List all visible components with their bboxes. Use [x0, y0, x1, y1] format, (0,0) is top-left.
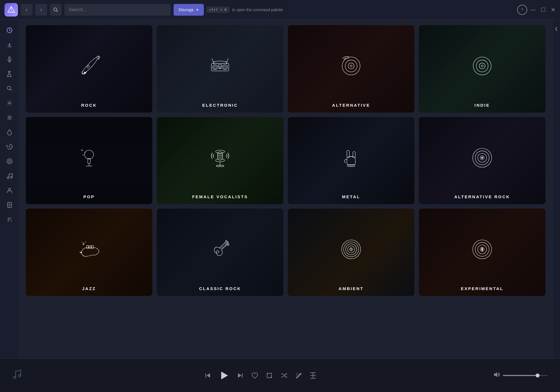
- source-selector[interactable]: Discogs ▼: [174, 4, 204, 16]
- svg-rect-77: [92, 246, 94, 249]
- sidebar-item-download[interactable]: [3, 39, 16, 51]
- app-logo: [4, 3, 18, 17]
- svg-rect-53: [88, 158, 90, 164]
- svg-text:+: +: [83, 241, 85, 245]
- volume-slider[interactable]: [503, 375, 548, 376]
- sidebar-item-playlist[interactable]: [3, 213, 16, 226]
- sidebar-item-file[interactable]: [3, 199, 16, 211]
- svg-point-48: [473, 57, 491, 75]
- genre-card-ambient[interactable]: AMBIENT: [288, 209, 414, 296]
- genre-label: CLASSIC ROCK: [157, 286, 283, 291]
- play-button[interactable]: [218, 370, 230, 381]
- svg-line-4: [57, 10, 58, 12]
- genre-card-metal[interactable]: METAL: [288, 117, 414, 204]
- svg-point-14: [9, 102, 10, 104]
- window-controls: — ☐ ✕: [530, 6, 556, 13]
- svg-rect-40: [219, 68, 220, 69]
- genre-grid: ROCK: [26, 25, 545, 302]
- volume-thumb: [536, 374, 540, 377]
- svg-text:+: +: [82, 153, 84, 157]
- genre-card-electronic[interactable]: ELECTRONIC: [157, 25, 283, 113]
- prev-button[interactable]: [204, 372, 212, 379]
- sidebar-item-clock[interactable]: [3, 24, 16, 36]
- dropdown-arrow-icon: ▼: [196, 8, 199, 11]
- sidebar-item-circle[interactable]: [3, 155, 16, 167]
- genre-card-jazz[interactable]: + + + JAZZ: [26, 209, 152, 296]
- svg-marker-103: [207, 373, 210, 378]
- microphone2-icon: [209, 146, 231, 170]
- wand-button[interactable]: [295, 372, 302, 379]
- next-button[interactable]: [236, 372, 244, 379]
- genre-card-alternative[interactable]: ALTERNATIVE: [288, 25, 414, 113]
- repeat-button[interactable]: [265, 372, 273, 379]
- right-panel-toggle[interactable]: ❮: [552, 20, 560, 358]
- sidebar: [0, 20, 19, 358]
- genre-card-pop[interactable]: + + + POP: [26, 117, 152, 204]
- maximize-button[interactable]: ☐: [541, 6, 546, 13]
- collapse-icon: ❮: [553, 25, 560, 32]
- volume-section: [493, 371, 549, 380]
- svg-point-49: [476, 60, 488, 72]
- genre-card-alternative-rock[interactable]: ALTERNATIVE ROCK: [419, 117, 545, 204]
- svg-marker-106: [238, 373, 241, 378]
- sidebar-item-microphone[interactable]: [3, 53, 16, 66]
- plus-button[interactable]: [309, 372, 317, 379]
- sidebar-item-settings[interactable]: [3, 97, 16, 109]
- genre-card-female-vocalists[interactable]: FEMALE VOCALISTS: [157, 117, 283, 204]
- sidebar-item-list[interactable]: [3, 111, 16, 124]
- svg-rect-41: [220, 68, 221, 69]
- sidebar-item-flask[interactable]: [3, 68, 16, 80]
- genre-card-rock[interactable]: ROCK: [26, 25, 152, 113]
- guitar-icon: [78, 55, 100, 78]
- svg-point-102: [18, 375, 21, 377]
- sidebar-item-drop[interactable]: [3, 126, 16, 138]
- close-button[interactable]: ✕: [551, 6, 556, 13]
- favorite-button[interactable]: [251, 372, 259, 379]
- genre-label: INDIE: [419, 103, 545, 108]
- volume-fill: [503, 375, 536, 376]
- svg-marker-105: [221, 372, 228, 379]
- vinyl4-icon: [340, 238, 362, 262]
- shuffle-button[interactable]: [280, 372, 288, 379]
- genre-label: EXPERIMENTAL: [419, 286, 545, 291]
- search-input[interactable]: [64, 4, 171, 16]
- minimize-button[interactable]: —: [530, 6, 536, 13]
- search-button[interactable]: [50, 4, 62, 16]
- genre-label: ALTERNATIVE ROCK: [419, 194, 545, 199]
- sidebar-item-music[interactable]: [3, 170, 16, 182]
- svg-point-12: [7, 86, 11, 90]
- svg-marker-117: [494, 372, 497, 377]
- trumpet-icon: + + +: [78, 238, 100, 262]
- genre-card-experimental[interactable]: EXPERIMENTAL: [419, 209, 545, 296]
- title-bar: ‹ › Discogs ▼ ctrl + K to open the comma…: [0, 0, 560, 20]
- back-button[interactable]: ‹: [21, 4, 32, 16]
- svg-line-13: [10, 89, 12, 91]
- svg-point-84: [216, 251, 219, 253]
- help-button[interactable]: ?: [517, 5, 527, 15]
- vinyl5-icon: [471, 238, 493, 262]
- svg-rect-8: [9, 57, 10, 60]
- svg-text:+: +: [85, 241, 86, 243]
- sidebar-item-history[interactable]: [3, 141, 16, 153]
- main-layout: ROCK: [0, 20, 560, 358]
- genre-label: ALTERNATIVE: [288, 103, 414, 108]
- microphone-icon: + + +: [78, 146, 100, 170]
- genre-card-classic-rock[interactable]: CLASSIC ROCK: [157, 209, 283, 296]
- svg-point-50: [479, 63, 485, 69]
- volume-icon: [493, 371, 500, 380]
- player-note-icon: [11, 368, 22, 382]
- sidebar-item-search[interactable]: [3, 82, 16, 95]
- sidebar-item-user[interactable]: [3, 184, 16, 197]
- forward-button[interactable]: ›: [35, 4, 47, 16]
- vinyl-icon: [340, 55, 362, 78]
- vinyl2-icon: [471, 55, 493, 78]
- svg-point-20: [7, 177, 9, 179]
- svg-point-44: [342, 57, 360, 75]
- boombox-icon: [209, 55, 231, 78]
- svg-point-45: [345, 60, 357, 72]
- svg-point-51: [481, 65, 483, 67]
- svg-point-52: [85, 150, 94, 159]
- genre-card-indie[interactable]: INDIE: [419, 25, 545, 113]
- svg-rect-78: [87, 246, 88, 249]
- content-area: ROCK: [19, 20, 552, 358]
